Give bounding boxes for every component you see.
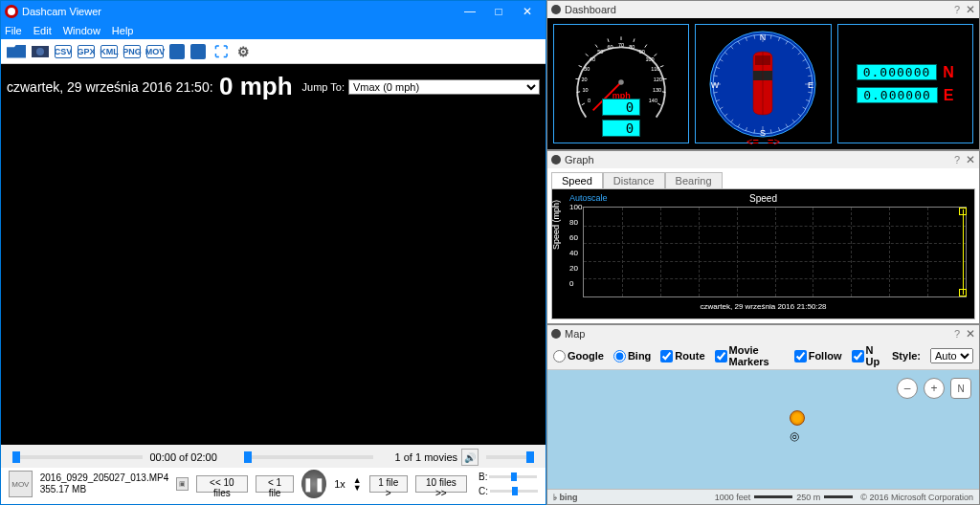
tab-speed[interactable]: Speed — [551, 172, 603, 189]
menu-edit[interactable]: Edit — [33, 25, 52, 36]
back-10-files-button[interactable]: << 10 files — [196, 475, 248, 493]
zoom-in-button[interactable]: + — [924, 378, 945, 399]
plot-area — [583, 207, 967, 297]
export-csv-button[interactable]: CSV — [55, 45, 72, 58]
back-1-file-button[interactable]: < 1 file — [256, 475, 294, 493]
fwd-10-files-button[interactable]: 10 files >> — [415, 475, 467, 493]
map-canvas[interactable]: – + N ♭ bing 1000 feet 250 m © 2016 Micr… — [547, 370, 979, 504]
svg-line-11 — [595, 44, 597, 47]
tab-bearing[interactable]: Bearing — [665, 172, 723, 189]
svg-text:80: 80 — [629, 44, 635, 50]
menu-window[interactable]: Window — [63, 25, 100, 36]
graph-panel: Graph ? ✕ Speed Distance Bearing Autosca… — [546, 150, 980, 324]
movie-slider[interactable] — [244, 455, 374, 459]
svg-line-21 — [655, 54, 657, 55]
map-title: Map — [565, 328, 585, 340]
svg-line-7 — [579, 65, 582, 66]
chart-title: Speed — [749, 193, 777, 204]
north-indicator[interactable]: N — [950, 378, 971, 399]
position-slider[interactable] — [12, 455, 143, 459]
map-close-button[interactable]: ✕ — [966, 327, 975, 340]
video-viewport[interactable]: czwartek, 29 września 2016 21:50: 0 mph … — [1, 64, 546, 445]
playback-rate: 1x — [334, 478, 345, 490]
autoscale-button[interactable]: Autoscale — [569, 193, 608, 203]
audio-icon[interactable]: 🔊 — [461, 449, 479, 466]
export-mov-button[interactable]: MOV — [146, 45, 164, 58]
svg-text:30: 30 — [584, 65, 590, 71]
rate-up-down-icon[interactable]: ▲▼ — [353, 476, 362, 492]
contrast-slider[interactable] — [490, 490, 538, 493]
graph-titlebar: Graph ? ✕ — [547, 151, 979, 168]
file-thumb-icon[interactable]: MOV — [9, 471, 33, 497]
tab-distance[interactable]: Distance — [603, 172, 665, 189]
svg-text:100: 100 — [646, 55, 655, 61]
dashboard-close-button[interactable]: ✕ — [966, 3, 975, 16]
menubar: File Edit Window Help — [1, 22, 546, 39]
svg-line-17 — [634, 38, 635, 41]
map-help-button[interactable]: ? — [954, 328, 960, 340]
expand-icon[interactable]: ⛶ — [212, 43, 229, 60]
svg-text:130: 130 — [653, 87, 661, 93]
tool-icon-1[interactable] — [169, 44, 185, 59]
svg-text:70: 70 — [618, 42, 624, 48]
export-png-button[interactable]: PNG — [123, 45, 141, 58]
volume-slider[interactable] — [486, 455, 534, 459]
svg-text:90: 90 — [639, 49, 645, 55]
svg-text:140: 140 — [649, 98, 657, 103]
current-filename: 2016_0929_205027_013.MP4 — [40, 472, 169, 484]
chart-area[interactable]: Autoscale Speed Speed (mph) 100 80 60 40… — [551, 188, 975, 319]
dashboard-help-button[interactable]: ? — [954, 4, 960, 15]
distance-lcd: 0 — [602, 120, 640, 137]
follow-checkbox[interactable]: Follow — [794, 350, 842, 362]
tool-icon-2[interactable] — [190, 44, 206, 59]
export-kml-button[interactable]: KML — [100, 45, 118, 58]
main-titlebar: Dashcam Viewer — □ ✕ — [1, 1, 546, 22]
graph-close-button[interactable]: ✕ — [966, 153, 975, 166]
fwd-1-file-button[interactable]: 1 file > — [369, 475, 408, 493]
maximize-button[interactable]: □ — [484, 1, 513, 22]
provider-google-radio[interactable]: Google — [553, 350, 604, 362]
graph-help-button[interactable]: ? — [954, 154, 960, 165]
bing-logo: ♭ bing — [553, 493, 578, 502]
svg-line-29 — [657, 103, 660, 105]
dashboard-arrows[interactable]: <= => — [746, 136, 780, 147]
brightness-slider[interactable] — [489, 475, 537, 478]
position-marker-icon — [790, 410, 805, 426]
dashboard-icon — [551, 5, 561, 14]
movie-markers-checkbox[interactable]: Movie Markers — [715, 344, 785, 367]
menu-help[interactable]: Help — [112, 25, 134, 36]
provider-bing-radio[interactable]: Bing — [613, 350, 651, 362]
zoom-out-button[interactable]: – — [897, 378, 918, 399]
camera-icon[interactable] — [32, 46, 49, 57]
settings-icon[interactable]: ⚙ — [234, 43, 252, 60]
close-button[interactable]: ✕ — [513, 1, 542, 22]
open-folder-icon[interactable] — [7, 45, 26, 58]
route-checkbox[interactable]: Route — [660, 350, 704, 362]
svg-line-23 — [660, 65, 663, 66]
minimize-button[interactable]: — — [456, 1, 484, 22]
map-titlebar: Map ? ✕ — [547, 325, 979, 342]
style-select[interactable]: Auto — [930, 348, 973, 363]
n-up-checkbox[interactable]: N Up — [852, 344, 883, 367]
coordinates: 0.000000 N 0.000000 E — [837, 24, 973, 143]
export-gpx-button[interactable]: GPX — [78, 45, 95, 58]
play-pause-button[interactable]: ❚❚ — [301, 470, 326, 498]
svg-line-13 — [608, 38, 609, 41]
map-panel: Map ? ✕ Google Bing Route Movie Markers … — [546, 324, 980, 505]
transport-controls: 00:00 of 02:00 1 of 1 movies 🔊 — [1, 445, 546, 468]
jump-to-select[interactable]: Vmax (0 mph) — [348, 79, 540, 95]
codec-icon[interactable]: ▣ — [176, 477, 188, 491]
compass: N E S W — [695, 24, 831, 143]
svg-text:60: 60 — [608, 44, 613, 50]
menu-file[interactable]: File — [5, 25, 22, 36]
svg-text:110: 110 — [651, 65, 659, 71]
dashboard-title: Dashboard — [565, 4, 616, 15]
map-attribution: ♭ bing 1000 feet 250 m © 2016 Microsoft … — [547, 489, 979, 504]
style-label: Style: — [892, 350, 921, 362]
contrast-label: C: — [479, 486, 488, 496]
svg-text:10: 10 — [583, 87, 589, 93]
map-options-bar: Google Bing Route Movie Markers Follow N… — [547, 342, 979, 370]
speed-lcd: 0 — [602, 99, 640, 116]
longitude-dir: E — [944, 87, 954, 104]
latitude-dir: N — [943, 64, 954, 81]
